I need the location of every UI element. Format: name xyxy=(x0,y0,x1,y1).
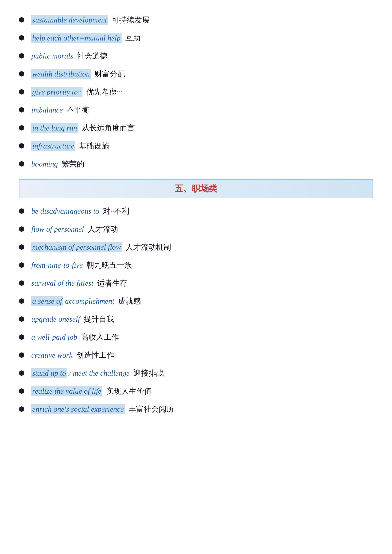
chinese-text: 优先考虑··· xyxy=(86,88,122,96)
bullet-dot xyxy=(19,17,24,22)
chinese-text: 财富分配 xyxy=(95,70,125,78)
list-item: creative work 创造性工作 xyxy=(19,349,373,361)
english-text: give priority to·· xyxy=(31,87,83,97)
item-text: give priority to·· 优先考虑··· xyxy=(31,86,373,97)
bullet-dot xyxy=(19,35,24,41)
english-text: upgrade oneself xyxy=(31,315,80,323)
chinese-text: 丰富社会阅历 xyxy=(128,405,174,413)
chinese-text: 对··不利 xyxy=(103,207,129,215)
first-section-list: sustainable development 可持续发展 help each … xyxy=(19,14,373,170)
bullet-dot xyxy=(19,89,24,95)
item-text: a sense of accomplishment 成就感 xyxy=(31,295,373,307)
bullet-dot xyxy=(19,226,24,232)
list-item: sustainable development 可持续发展 xyxy=(19,14,373,26)
item-text: be disadvantageous to 对··不利 xyxy=(31,205,373,217)
bullet-dot xyxy=(19,388,24,394)
list-item: realize the value of life 实现人生价值 xyxy=(19,385,373,397)
list-item: help each other=mutual help 互助 xyxy=(19,32,373,44)
item-text: mechanism of personnel flow 人才流动机制 xyxy=(31,241,373,253)
item-text: realize the value of life 实现人生价值 xyxy=(31,385,373,397)
english-text: in the long run xyxy=(31,123,78,133)
english-text-continuation: / meet the challenge xyxy=(67,369,130,377)
english-text: infrastructure xyxy=(31,141,75,151)
list-item: upgrade oneself 提升自我 xyxy=(19,313,373,325)
chinese-text: 迎接排战 xyxy=(133,369,164,377)
english-text: creative work xyxy=(31,351,72,359)
list-item: booming 繁荣的 xyxy=(19,158,373,170)
list-item: infrastructure 基础设施 xyxy=(19,140,373,152)
bullet-dot xyxy=(19,161,24,166)
chinese-text: 可持续发展 xyxy=(112,16,150,24)
item-text: stand up to / meet the challenge 迎接排战 xyxy=(31,367,373,379)
bullet-dot xyxy=(19,143,24,148)
item-text: upgrade oneself 提升自我 xyxy=(31,313,373,325)
chinese-text: 从长远角度而言 xyxy=(82,124,135,132)
list-item: give priority to·· 优先考虑··· xyxy=(19,86,373,97)
item-text: infrastructure 基础设施 xyxy=(31,140,373,152)
list-item: a sense of accomplishment 成就感 xyxy=(19,295,373,307)
chinese-text: 互助 xyxy=(125,34,140,42)
item-text: from-nine-to-five 朝九晚五一族 xyxy=(31,259,373,271)
section-header: 五、职场类 xyxy=(19,179,373,198)
bullet-dot xyxy=(19,53,24,58)
chinese-text: 人才流动机制 xyxy=(126,243,171,251)
item-text: in the long run 从长远角度而言 xyxy=(31,122,373,134)
list-item: imbalance 不平衡 xyxy=(19,104,373,116)
english-text: imbalance xyxy=(31,106,63,114)
item-text: survival of the fittest 适者生存 xyxy=(31,277,373,289)
chinese-text: 成就感 xyxy=(118,297,141,305)
english-text: survival of the fittest xyxy=(31,279,93,287)
item-text: sustainable development 可持续发展 xyxy=(31,14,373,26)
item-text: creative work 创造性工作 xyxy=(31,349,373,361)
item-text: enrich one's social experience 丰富社会阅历 xyxy=(31,403,373,415)
english-text: public morals xyxy=(31,52,73,60)
bullet-dot xyxy=(19,208,24,214)
bullet-dot xyxy=(19,71,24,76)
english-text: mechanism of personnel flow xyxy=(31,242,122,252)
bullet-dot xyxy=(19,334,24,340)
list-item: public morals 社会道德 xyxy=(19,50,373,62)
list-item: flow of personnel 人才流动 xyxy=(19,223,373,235)
list-item: be disadvantageous to 对··不利 xyxy=(19,205,373,217)
english-text: help each other=mutual help xyxy=(31,33,122,43)
item-text: wealth distribution 财富分配 xyxy=(31,68,373,80)
item-text: a well-paid job 高收入工作 xyxy=(31,331,373,343)
chinese-text: 适者生存 xyxy=(97,279,127,287)
chinese-text: 提升自我 xyxy=(84,315,114,323)
item-text: booming 繁荣的 xyxy=(31,158,373,170)
english-text: enrich one's social experience xyxy=(31,404,125,414)
list-item: from-nine-to-five 朝九晚五一族 xyxy=(19,259,373,271)
english-text-continuation: accomplishment xyxy=(63,297,114,305)
item-text: help each other=mutual help 互助 xyxy=(31,32,373,44)
english-text: stand up to xyxy=(31,368,67,378)
bullet-dot xyxy=(19,406,24,412)
bullet-dot xyxy=(19,280,24,286)
bullet-dot xyxy=(19,107,24,112)
list-item: survival of the fittest 适者生存 xyxy=(19,277,373,289)
bullet-dot xyxy=(19,370,24,376)
second-section-list: be disadvantageous to 对··不利 flow of pers… xyxy=(19,205,373,415)
english-text: sustainable development xyxy=(31,15,108,25)
chinese-text: 朝九晚五一族 xyxy=(86,261,132,269)
bullet-dot xyxy=(19,298,24,304)
chinese-text: 繁荣的 xyxy=(62,160,84,168)
list-item: in the long run 从长远角度而言 xyxy=(19,122,373,134)
english-text: a well-paid job xyxy=(31,333,77,341)
english-text: wealth distribution xyxy=(31,69,91,79)
chinese-text: 实现人生价值 xyxy=(106,387,152,395)
section-header-text: 五、职场类 xyxy=(175,184,217,193)
chinese-text: 创造性工作 xyxy=(76,351,114,359)
chinese-text: 人才流动 xyxy=(88,225,118,233)
english-text: be disadvantageous to xyxy=(31,207,99,215)
list-item: enrich one's social experience 丰富社会阅历 xyxy=(19,403,373,415)
bullet-dot xyxy=(19,263,24,268)
chinese-text: 社会道德 xyxy=(77,52,107,60)
bullet-dot xyxy=(19,244,24,250)
chinese-text: 不平衡 xyxy=(67,106,89,114)
list-item: wealth distribution 财富分配 xyxy=(19,68,373,80)
item-text: flow of personnel 人才流动 xyxy=(31,223,373,235)
chinese-text: 高收入工作 xyxy=(81,333,119,341)
item-text: imbalance 不平衡 xyxy=(31,104,373,116)
bullet-dot xyxy=(19,353,24,358)
english-text: flow of personnel xyxy=(31,225,84,233)
